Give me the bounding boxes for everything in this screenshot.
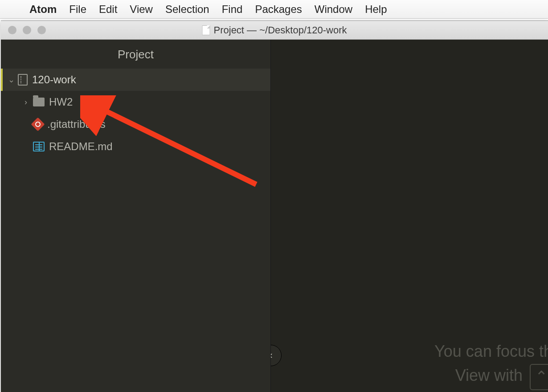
project-tree-panel: Project ⌄ 120-work › HW2 .gitattributes bbox=[1, 40, 271, 392]
menu-help[interactable]: Help bbox=[365, 3, 387, 16]
menu-file[interactable]: File bbox=[69, 3, 86, 16]
menu-selection[interactable]: Selection bbox=[165, 3, 209, 16]
chevron-right-icon[interactable]: › bbox=[23, 98, 29, 107]
book-icon bbox=[33, 142, 45, 151]
keyboard-shortcut-badge: ⌃0 bbox=[530, 364, 548, 390]
focus-hint: You can focus the View with ⌃0 bbox=[434, 340, 548, 389]
window-titlebar[interactable]: Project — ~/Desktop/120-work bbox=[1, 21, 548, 40]
chevron-down-icon[interactable]: ⌄ bbox=[8, 75, 13, 85]
tree-file-item[interactable]: .gitattributes bbox=[1, 113, 270, 135]
menu-window[interactable]: Window bbox=[315, 3, 352, 16]
chevron-left-icon: ‹ bbox=[271, 350, 273, 361]
hint-line1: You can focus the bbox=[434, 342, 548, 360]
window-title: Project — ~/Desktop/120-work bbox=[202, 24, 347, 36]
window-title-text: Project — ~/Desktop/120-work bbox=[214, 24, 347, 36]
project-tree-header: Project bbox=[1, 40, 270, 69]
tree-folder-item[interactable]: › HW2 bbox=[1, 91, 270, 113]
window-zoom-button[interactable] bbox=[37, 26, 46, 34]
project-tree: ⌄ 120-work › HW2 .gitattributes bbox=[1, 69, 270, 158]
repo-icon bbox=[18, 74, 28, 86]
tree-item-label: 120-work bbox=[32, 74, 76, 86]
menubar-app-name[interactable]: Atom bbox=[29, 3, 57, 16]
menu-view[interactable]: View bbox=[130, 3, 153, 16]
tree-item-label: HW2 bbox=[49, 96, 73, 108]
menu-edit[interactable]: Edit bbox=[99, 3, 117, 16]
git-icon bbox=[31, 117, 45, 131]
dock-toggle-handle[interactable]: ‹ bbox=[271, 345, 282, 366]
tree-item-label: README.md bbox=[49, 140, 113, 153]
window-minimize-button[interactable] bbox=[23, 26, 31, 34]
menu-packages[interactable]: Packages bbox=[255, 3, 302, 16]
atom-window: Project — ~/Desktop/120-work Project ⌄ 1… bbox=[1, 20, 548, 392]
traffic-lights bbox=[1, 26, 46, 34]
menu-find[interactable]: Find bbox=[222, 3, 243, 16]
window-close-button[interactable] bbox=[8, 26, 16, 34]
macos-menubar: Atom File Edit View Selection Find Packa… bbox=[0, 0, 548, 19]
tree-file-item[interactable]: README.md bbox=[1, 135, 270, 158]
folder-icon bbox=[33, 98, 45, 106]
document-icon bbox=[202, 25, 210, 35]
editor-pane[interactable]: ‹ You can focus the View with ⌃0 bbox=[271, 40, 548, 392]
tree-root-item[interactable]: ⌄ 120-work bbox=[1, 69, 270, 91]
hint-line2: View with bbox=[455, 366, 527, 384]
tree-item-label: .gitattributes bbox=[47, 118, 106, 131]
